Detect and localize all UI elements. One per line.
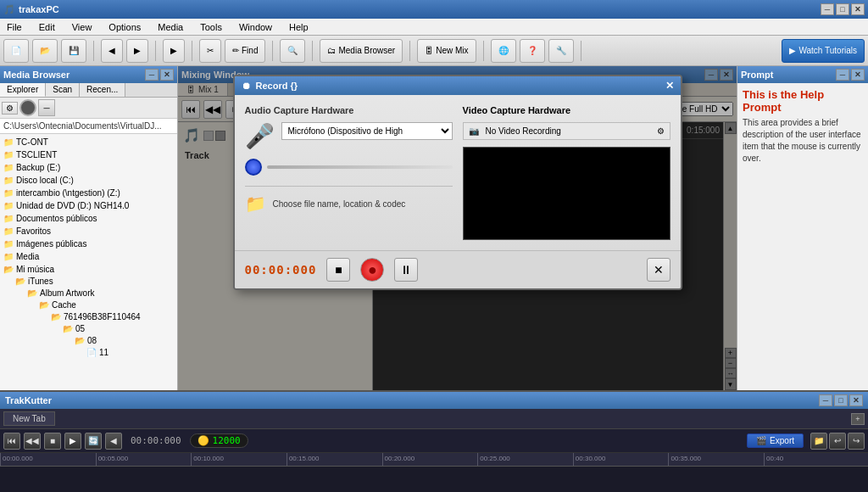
save-button[interactable]: 💾 [61,39,86,63]
record-record-button[interactable]: ● [360,258,384,282]
tk-time-display: 00:00:000 [125,435,186,446]
tab-recent[interactable]: Recen... [80,83,125,97]
trakkutter-minimize[interactable]: ─ [819,394,832,406]
menu-window[interactable]: Window [236,20,275,34]
media-browser-panel-title: Media Browser [3,70,70,80]
tk-back-button[interactable]: ◀◀ [24,433,41,450]
menu-view[interactable]: View [69,20,96,34]
folder-open-icon: 📂 [51,312,61,321]
prompt-panel-title-bar: Prompt ─ ✕ [737,66,868,83]
close-button[interactable]: ✕ [851,3,865,15]
minus-button[interactable]: ─ [38,99,55,116]
tree-item-imagenes[interactable]: 📁 Imágenes públicas [2,238,175,250]
trakkutter-title-label: TrakKutter [5,395,52,405]
media-browser-button[interactable]: 🗂 Media Browser [320,39,403,63]
tree-item-album-artwork[interactable]: 📂 Album Artwork 📂 Cache 📂 761496B38F1104… [25,287,175,363]
tk-export-button[interactable]: 🎬 Export [747,433,804,448]
tree-item-mi-musica[interactable]: 📂 Mi música 📂 iTunes 📂 Album Artwork 📂 C… [2,263,175,365]
camera-icon: 📷 [469,126,479,136]
pencil-icon: ✏ [232,46,239,55]
menu-help[interactable]: Help [286,20,312,34]
new-mix-button[interactable]: 🎛 New Mix [417,39,476,63]
trakkutter-maximize[interactable]: □ [834,394,848,406]
tree-item-itunes[interactable]: 📂 iTunes 📂 Album Artwork 📂 Cache [14,275,175,364]
back-button[interactable]: ◀ [101,39,123,63]
tk-folder-button[interactable]: 📁 [810,433,827,450]
tree-item-favoritos[interactable]: 📁 Favoritos [2,225,175,238]
tab-explorer[interactable]: Explorer [0,83,46,97]
tk-stop-button[interactable]: ■ [44,433,61,450]
tree-item-hash[interactable]: 📂 761496B38F110464 📂 05 📂 [49,310,175,361]
open-button[interactable]: 📂 [32,39,58,63]
tree-item-backup[interactable]: 📁 Backup (E:) [2,161,175,174]
new-button[interactable]: 📄 [3,39,29,63]
tk-redo-button[interactable]: ↪ [848,433,865,450]
record-dialog-close-button[interactable]: ✕ [665,80,674,92]
tk-undo-button[interactable]: ↩ [829,433,846,450]
app-title: trakaxPC [19,4,59,14]
folder-closed-icon: 📁 [3,201,14,210]
tk-play-button[interactable]: ▶ [64,433,81,450]
video-settings-icon[interactable]: ⚙ [657,126,665,136]
global-button[interactable]: 🌐 [491,39,516,63]
record-dialog: ⏺ Record {} ✕ Audio Capture Hardware 🎤 [233,75,682,290]
scissors-icon[interactable]: ✂ [199,39,221,63]
tab-scan[interactable]: Scan [46,83,80,97]
volume-knob[interactable] [245,159,262,176]
watch-tutorials-button[interactable]: ▶ Watch Tutorials [782,39,865,63]
settings-button[interactable]: ⚙ [2,102,18,115]
tk-loop-button[interactable]: 🔄 [85,433,102,450]
maximize-button[interactable]: □ [836,3,849,15]
menu-tools[interactable]: Tools [197,20,225,34]
help-circle-button[interactable]: ❓ [520,39,545,63]
trakkutter-close[interactable]: ✕ [849,394,863,406]
tree-item-disco[interactable]: 📁 Disco local (C:) [2,174,175,187]
toolbar-separator-5 [312,41,313,61]
tree-item-intercambio[interactable]: 📁 intercambio (\ntgestion) (Z:) [2,187,175,199]
tk-prev-button[interactable]: ⏮ [3,433,20,450]
menu-edit[interactable]: Edit [36,20,58,34]
tree-item-documentos[interactable]: 📁 Documentos públicos [2,212,175,225]
menu-media[interactable]: Media [154,20,186,34]
trakkutter-tab-add[interactable]: + [851,413,865,425]
record-dialog-close-btn[interactable]: ✕ [647,258,670,282]
tree-item-cache[interactable]: 📂 Cache 📂 761496B38F110464 📂 05 [37,299,175,362]
tree-item-tc-ont[interactable]: 📁 TC-ONT [2,136,175,148]
menu-bar: File Edit View Options Media Tools Windo… [0,19,868,36]
tk-rewind-button[interactable]: ◀ [105,433,122,450]
media-browser-close[interactable]: ✕ [160,69,174,81]
toolbar-separator-6 [409,41,410,61]
folder-closed-icon: 📁 [3,226,14,236]
tools-button[interactable]: 🔧 [548,39,574,63]
find-button[interactable]: 🔍 [280,39,305,63]
new-icon: 📄 [11,46,21,55]
video-preview [463,147,670,240]
record-stop-button[interactable]: ■ [326,258,350,282]
tree-item-05[interactable]: 📂 05 📂 08 [61,322,175,361]
record-dialog-title-bar: ⏺ Record {} ✕ [235,76,681,95]
tree-item-media[interactable]: 📁 Media [2,250,175,263]
volume-slider-track[interactable] [267,165,453,169]
forward-button[interactable]: ▶ [126,39,148,63]
edit-button[interactable]: ✏ Find [225,39,265,63]
audio-section: Audio Capture Hardware 🎤 Micrófono (Disp… [245,105,453,240]
prompt-minimize[interactable]: ─ [836,69,849,81]
audio-device-select[interactable]: Micrófono (Dispositivo de High [281,122,453,140]
menu-file[interactable]: File [3,20,25,34]
record-time-display: 00:00:000 [245,263,317,277]
play-button[interactable]: ▶ [163,39,185,63]
tree-item-08[interactable]: 📂 08 📄 11 [73,334,175,360]
file-folder-button[interactable]: 📁 [245,193,266,214]
tree-item-11[interactable]: 📄 11 [85,346,175,359]
toolbar-separator-2 [155,41,156,61]
minimize-button[interactable]: ─ [821,3,834,15]
tree-item-tsclient[interactable]: 📁 TSCLIENT [2,148,175,161]
record-pause-button[interactable]: ⏸ [394,258,418,282]
media-browser-minimize[interactable]: ─ [145,69,159,81]
new-mix-icon: 🎛 [425,46,433,55]
tk-bpm-value: 12000 [213,435,241,446]
trakkutter-new-tab[interactable]: New Tab [3,411,55,426]
tree-item-dvd[interactable]: 📁 Unidad de DVD (D:) NGH14.0 [2,199,175,212]
menu-options[interactable]: Options [105,20,144,34]
prompt-close[interactable]: ✕ [851,69,865,81]
